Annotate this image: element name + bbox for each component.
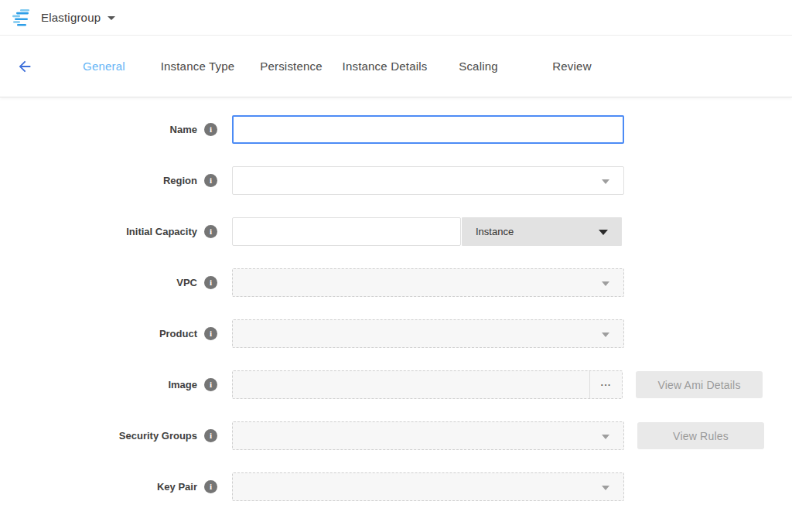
- form-row-image: Image i ... View Ami Details: [0, 370, 792, 399]
- chevron-down-icon: [599, 230, 608, 235]
- vpc-select: [232, 268, 624, 297]
- image-field: ...: [232, 370, 623, 399]
- info-icon[interactable]: i: [204, 123, 217, 136]
- chevron-down-icon: [602, 281, 609, 286]
- form-row-security-groups: Security Groups i View Rules: [0, 421, 792, 450]
- view-ami-details-button[interactable]: View Ami Details: [636, 371, 763, 398]
- image-browse-button[interactable]: ...: [589, 371, 622, 398]
- info-icon[interactable]: i: [204, 174, 217, 187]
- capacity-unit-select[interactable]: Instance: [462, 217, 622, 246]
- security-groups-select: [232, 421, 624, 450]
- form-row-name: Name i: [0, 115, 792, 144]
- elastigroup-logo-icon: [11, 8, 34, 28]
- info-icon[interactable]: i: [204, 429, 217, 442]
- wizard-tabbar: General Instance Type Persistence Instan…: [0, 36, 792, 97]
- key-pair-select: [232, 472, 624, 501]
- app-switcher-label[interactable]: Elastigroup: [41, 11, 101, 24]
- security-groups-label: Security Groups: [119, 430, 197, 442]
- tab-scaling[interactable]: Scaling: [432, 60, 525, 73]
- vpc-label: VPC: [176, 277, 197, 288]
- image-selected-value: [233, 371, 589, 398]
- capacity-unit-selected-value: Instance: [476, 226, 514, 237]
- wizard-tabs: General Instance Type Persistence Instan…: [57, 60, 619, 73]
- chevron-down-icon: [602, 486, 609, 490]
- chevron-down-icon[interactable]: [108, 16, 115, 20]
- name-input[interactable]: [232, 115, 624, 144]
- form-row-region: Region i: [0, 166, 792, 195]
- tab-instance-details[interactable]: Instance Details: [338, 60, 432, 73]
- general-settings-form: Name i Region i Initial Capacity i Inst: [0, 97, 792, 501]
- form-row-vpc: VPC i: [0, 268, 792, 297]
- form-row-initial-capacity: Initial Capacity i Instance: [0, 217, 792, 246]
- name-label: Name: [170, 124, 197, 135]
- topbar: Elastigroup: [0, 0, 792, 36]
- chevron-down-icon: [602, 435, 609, 439]
- region-select[interactable]: [232, 166, 624, 195]
- form-row-key-pair: Key Pair i: [0, 472, 792, 501]
- tab-review[interactable]: Review: [525, 60, 619, 73]
- info-icon[interactable]: i: [204, 327, 217, 340]
- arrow-left-icon: [16, 58, 33, 75]
- view-rules-button[interactable]: View Rules: [637, 422, 764, 449]
- image-label: Image: [168, 379, 197, 390]
- tab-general[interactable]: General: [57, 60, 151, 73]
- form-row-product: Product i: [0, 319, 792, 348]
- tab-instance-type[interactable]: Instance Type: [151, 60, 244, 73]
- info-icon[interactable]: i: [204, 225, 217, 238]
- info-icon[interactable]: i: [204, 480, 217, 493]
- initial-capacity-input[interactable]: [232, 217, 461, 246]
- tab-persistence[interactable]: Persistence: [244, 60, 338, 73]
- info-icon[interactable]: i: [204, 378, 217, 391]
- key-pair-label: Key Pair: [157, 481, 197, 493]
- initial-capacity-label: Initial Capacity: [126, 226, 197, 237]
- region-label: Region: [163, 175, 197, 186]
- chevron-down-icon: [602, 332, 609, 337]
- back-button[interactable]: [15, 57, 34, 76]
- product-select: [232, 319, 624, 348]
- product-label: Product: [159, 328, 197, 339]
- chevron-down-icon: [602, 179, 609, 184]
- info-icon[interactable]: i: [204, 276, 217, 289]
